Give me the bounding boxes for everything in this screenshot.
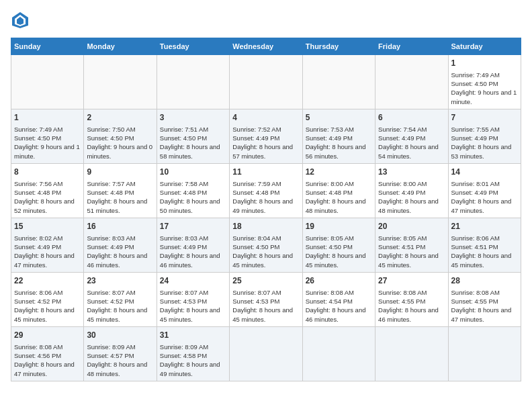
sunrise: Sunrise: 8:07 AM [160, 289, 208, 296]
calendar-cell: 2Sunrise: 7:50 AMSunset: 4:50 PMDaylight… [84, 109, 157, 163]
day-number: 4 [232, 112, 299, 124]
calendar-cell [375, 326, 448, 381]
calendar-cell: 21Sunrise: 8:06 AMSunset: 4:51 PMDayligh… [448, 218, 521, 272]
daylight: Daylight: 9 hours and 0 minutes. [87, 143, 152, 159]
calendar-cell: 1Sunrise: 7:49 AMSunset: 4:50 PMDaylight… [11, 109, 84, 163]
daylight: Daylight: 8 hours and 48 minutes. [87, 361, 147, 377]
sunset: Sunset: 4:50 PM [306, 243, 353, 250]
sunset: Sunset: 4:49 PM [160, 243, 207, 250]
sunrise: Sunrise: 7:55 AM [451, 126, 500, 133]
sunset: Sunset: 4:49 PM [451, 134, 498, 142]
daylight: Daylight: 8 hours and 45 minutes. [378, 252, 439, 268]
calendar-cell: 3Sunrise: 7:51 AMSunset: 4:50 PMDaylight… [157, 109, 229, 163]
sunrise: Sunrise: 7:49 AM [14, 126, 62, 133]
page-header [11, 11, 521, 30]
calendar-cell: 23Sunrise: 8:07 AMSunset: 4:52 PMDayligh… [84, 272, 157, 326]
day-number: 10 [160, 167, 226, 178]
calendar-cell [230, 326, 302, 381]
sunrise: Sunrise: 7:52 AM [232, 126, 281, 133]
sunset: Sunset: 4:57 PM [87, 352, 134, 359]
day-number: 25 [232, 275, 299, 287]
calendar-cell: 15Sunrise: 8:02 AMSunset: 4:49 PMDayligh… [11, 218, 84, 272]
sunrise: Sunrise: 7:59 AM [232, 180, 281, 187]
daylight: Daylight: 9 hours and 1 minute. [451, 89, 517, 105]
day-number: 15 [14, 221, 81, 232]
calendar-cell [84, 55, 157, 109]
sunrise: Sunrise: 8:06 AM [451, 234, 500, 242]
day-number: 22 [14, 275, 81, 287]
sunset: Sunset: 4:50 PM [87, 134, 134, 142]
day-number: 7 [451, 112, 518, 124]
calendar-cell: 25Sunrise: 8:07 AMSunset: 4:53 PMDayligh… [230, 272, 302, 326]
sunset: Sunset: 4:49 PM [451, 189, 498, 196]
calendar-cell [11, 55, 84, 109]
sunrise: Sunrise: 8:01 AM [451, 180, 500, 187]
column-header-saturday: Saturday [448, 38, 521, 55]
daylight: Daylight: 8 hours and 47 minutes. [14, 252, 75, 268]
sunset: Sunset: 4:49 PM [87, 243, 134, 250]
day-number: 21 [451, 221, 518, 232]
daylight: Daylight: 8 hours and 46 minutes. [306, 306, 366, 322]
sunset: Sunset: 4:48 PM [232, 189, 279, 196]
sunrise: Sunrise: 8:04 AM [232, 234, 281, 242]
calendar-table: SundayMondayTuesdayWednesdayThursdayFrid… [11, 38, 521, 381]
sunset: Sunset: 4:50 PM [160, 134, 207, 142]
sunrise: Sunrise: 8:07 AM [87, 289, 135, 296]
day-number: 31 [160, 330, 226, 341]
sunset: Sunset: 4:55 PM [378, 298, 425, 305]
day-number: 12 [306, 167, 372, 178]
calendar-cell: 6Sunrise: 7:54 AMSunset: 4:49 PMDaylight… [375, 109, 448, 163]
daylight: Daylight: 8 hours and 45 minutes. [306, 252, 366, 268]
daylight: Daylight: 8 hours and 58 minutes. [160, 143, 220, 159]
sunset: Sunset: 4:49 PM [14, 243, 61, 250]
calendar-cell: 17Sunrise: 8:03 AMSunset: 4:49 PMDayligh… [157, 218, 229, 272]
sunrise: Sunrise: 8:08 AM [378, 289, 427, 296]
daylight: Daylight: 8 hours and 46 minutes. [87, 252, 147, 268]
daylight: Daylight: 8 hours and 57 minutes. [232, 143, 293, 159]
calendar-cell [448, 326, 521, 381]
sunset: Sunset: 4:53 PM [160, 298, 207, 305]
calendar-cell: 8Sunrise: 7:56 AMSunset: 4:48 PMDaylight… [11, 163, 84, 218]
daylight: Daylight: 8 hours and 45 minutes. [451, 252, 512, 268]
sunrise: Sunrise: 7:50 AM [87, 126, 135, 133]
day-number: 18 [232, 221, 299, 232]
calendar-cell: 26Sunrise: 8:08 AMSunset: 4:54 PMDayligh… [302, 272, 375, 326]
calendar-cell: 22Sunrise: 8:06 AMSunset: 4:52 PMDayligh… [11, 272, 84, 326]
daylight: Daylight: 8 hours and 54 minutes. [378, 143, 439, 159]
day-number: 16 [87, 221, 153, 232]
day-number: 6 [378, 112, 445, 124]
daylight: Daylight: 8 hours and 49 minutes. [232, 197, 293, 214]
calendar-cell: 31Sunrise: 8:09 AMSunset: 4:58 PMDayligh… [157, 326, 229, 381]
daylight: Daylight: 8 hours and 45 minutes. [14, 306, 75, 322]
sunrise: Sunrise: 7:57 AM [87, 180, 135, 187]
sunrise: Sunrise: 8:03 AM [87, 234, 135, 242]
day-number: 19 [306, 221, 372, 232]
sunrise: Sunrise: 8:00 AM [378, 180, 427, 187]
column-header-thursday: Thursday [302, 38, 375, 55]
day-number: 3 [160, 112, 226, 124]
sunset: Sunset: 4:48 PM [306, 189, 353, 196]
sunrise: Sunrise: 8:07 AM [232, 289, 281, 296]
day-number: 17 [160, 221, 226, 232]
calendar-cell [157, 55, 229, 109]
daylight: Daylight: 8 hours and 47 minutes. [14, 361, 75, 377]
daylight: Daylight: 8 hours and 52 minutes. [14, 197, 75, 214]
column-header-sunday: Sunday [11, 38, 84, 55]
calendar-cell: 9Sunrise: 7:57 AMSunset: 4:48 PMDaylight… [84, 163, 157, 218]
column-header-monday: Monday [84, 38, 157, 55]
daylight: Daylight: 8 hours and 46 minutes. [160, 252, 220, 268]
calendar-row: 22Sunrise: 8:06 AMSunset: 4:52 PMDayligh… [11, 272, 521, 326]
calendar-row: 15Sunrise: 8:02 AMSunset: 4:49 PMDayligh… [11, 218, 521, 272]
calendar-cell: 10Sunrise: 7:58 AMSunset: 4:48 PMDayligh… [157, 163, 229, 218]
calendar-cell: 28Sunrise: 8:08 AMSunset: 4:55 PMDayligh… [448, 272, 521, 326]
sunrise: Sunrise: 8:03 AM [160, 234, 208, 242]
daylight: Daylight: 8 hours and 48 minutes. [306, 197, 366, 214]
sunrise: Sunrise: 7:58 AM [160, 180, 208, 187]
sunset: Sunset: 4:50 PM [232, 243, 279, 250]
sunrise: Sunrise: 7:56 AM [14, 180, 62, 187]
calendar-cell: 20Sunrise: 8:05 AMSunset: 4:51 PMDayligh… [375, 218, 448, 272]
day-number: 13 [378, 167, 445, 178]
calendar-cell: 29Sunrise: 8:08 AMSunset: 4:56 PMDayligh… [11, 326, 84, 381]
calendar-cell: 13Sunrise: 8:00 AMSunset: 4:49 PMDayligh… [375, 163, 448, 218]
sunrise: Sunrise: 8:08 AM [306, 289, 354, 296]
